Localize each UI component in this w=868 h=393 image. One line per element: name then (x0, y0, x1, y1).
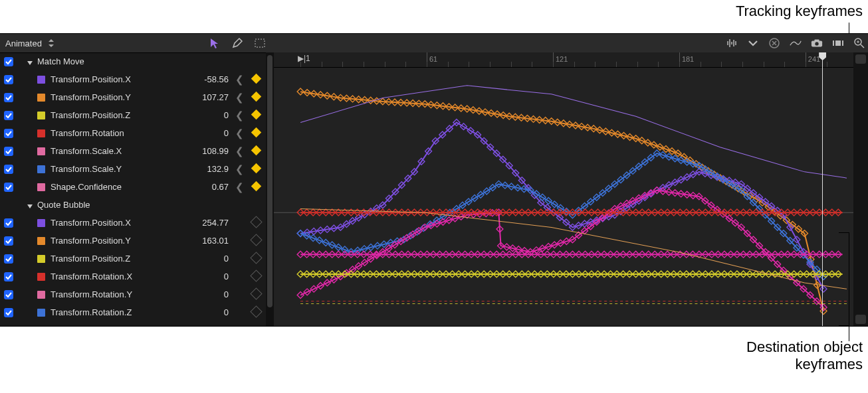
parameter-row[interactable]: Transform.Position.Y163.01 (0, 232, 266, 250)
time-ruler[interactable]: ▶|1 61121181241 (274, 52, 853, 68)
parameter-row[interactable]: Transform.Rotation.Y0 (0, 285, 266, 303)
parameter-row[interactable]: Transform.Scale.X108.99❮ (0, 142, 266, 160)
curve-canvas[interactable] (274, 67, 853, 326)
parameter-row[interactable]: Transform.Scale.Y132.9❮ (0, 160, 266, 178)
graph-vertical-scrollbar[interactable] (853, 52, 868, 326)
prev-keyframe-icon[interactable]: ❮ (233, 74, 246, 86)
marquee-tool-icon[interactable] (254, 37, 266, 49)
parameter-value[interactable]: 0 (191, 289, 229, 299)
prev-keyframe-icon[interactable]: ❮ (233, 163, 246, 175)
fit-icon[interactable] (832, 37, 844, 49)
keyframe-diamond[interactable] (246, 182, 266, 192)
clear-icon[interactable] (768, 37, 780, 49)
graph-area[interactable]: ▶|1 61121181241 (274, 52, 868, 326)
svg-rect-0 (255, 39, 265, 47)
keyframe-diamond[interactable] (246, 289, 266, 300)
scrollbar-thumb[interactable] (267, 55, 272, 307)
prev-keyframe-icon[interactable]: ❮ (233, 92, 246, 104)
parameter-row[interactable]: Transform.Rotation.X0 (0, 268, 266, 285)
parameter-value[interactable]: 163.01 (191, 236, 229, 246)
color-swatch (37, 273, 45, 281)
playhead[interactable] (822, 52, 823, 326)
parameter-value[interactable]: 0 (191, 110, 229, 120)
parameter-row[interactable]: Transform.Position.Z0 (0, 250, 266, 268)
parameter-value[interactable]: 0 (191, 254, 229, 264)
enable-checkbox[interactable] (4, 272, 13, 281)
parameter-value[interactable]: 107.27 (191, 92, 229, 102)
disclosure-triangle-icon[interactable] (27, 202, 33, 208)
parameter-value[interactable]: 0 (191, 307, 229, 317)
enable-checkbox[interactable] (4, 165, 13, 174)
parameter-row[interactable]: Transform.Position.Y107.27❮ (0, 88, 266, 106)
enable-checkbox[interactable] (4, 183, 13, 192)
keyframe-diamond[interactable] (246, 110, 266, 120)
parameter-value[interactable]: 0 (191, 128, 229, 138)
filter-dropdown[interactable]: Animated (5, 39, 55, 48)
parameter-name: Transform.Rotation.Y (51, 289, 132, 299)
color-swatch (37, 291, 45, 299)
list-scrollbar[interactable] (266, 52, 274, 326)
prev-keyframe-icon[interactable]: ❮ (233, 110, 246, 121)
zoom-icon[interactable] (853, 37, 865, 49)
scrollbar-end-bottom[interactable] (855, 315, 866, 324)
color-swatch (37, 129, 45, 137)
camera-icon[interactable] (811, 37, 823, 49)
enable-checkbox[interactable] (4, 290, 13, 299)
keyframe-diamond[interactable] (246, 92, 266, 102)
keyframe-diamond[interactable] (246, 272, 266, 282)
keyframe-diamond[interactable] (246, 218, 266, 228)
enable-checkbox[interactable] (4, 254, 13, 264)
enable-checkbox[interactable] (4, 111, 13, 120)
parameter-row[interactable]: Transform.Position.X254.77 (0, 214, 266, 232)
color-swatch (37, 165, 45, 173)
pencil-tool-icon[interactable] (231, 37, 243, 49)
keyframe-diamond[interactable] (246, 236, 266, 246)
enable-checkbox[interactable] (4, 57, 13, 66)
keyframe-diamond[interactable] (246, 254, 266, 264)
audio-waveform-icon[interactable] (726, 37, 738, 49)
keyframe-diamond[interactable] (246, 307, 266, 318)
keyframe-diamond[interactable] (246, 74, 266, 84)
enable-checkbox[interactable] (4, 147, 13, 156)
enable-checkbox[interactable] (4, 218, 13, 228)
prev-keyframe-icon[interactable]: ❮ (233, 181, 246, 193)
prev-keyframe-icon[interactable]: ❮ (233, 127, 246, 139)
group-header[interactable]: Quote Bubble (0, 196, 266, 214)
prev-keyframe-icon[interactable]: ❮ (233, 145, 246, 157)
dropdown-chevron-icon[interactable] (747, 37, 759, 49)
parameter-name: Transform.Scale.X (51, 146, 122, 156)
disclosure-triangle-icon[interactable] (27, 58, 33, 65)
parameter-name: Transform.Position.X (51, 74, 131, 84)
scrollbar-end-top[interactable] (855, 54, 866, 64)
color-swatch (37, 76, 45, 84)
keyframe-editor-panel: Animated (0, 33, 868, 327)
parameter-row[interactable]: Transform.Rotation0❮ (0, 124, 266, 142)
parameter-row[interactable]: Shape.Confidence0.67❮ (0, 178, 266, 196)
parameter-value[interactable]: 254.77 (191, 218, 229, 228)
parameter-row[interactable]: Transform.Position.X-58.56❮ (0, 70, 266, 88)
parameter-value[interactable]: 132.9 (191, 164, 229, 174)
group-header[interactable]: Match Move (0, 52, 266, 70)
curve-snapshot-icon[interactable] (790, 37, 802, 49)
annotation-destination-keyframes: Destination object keyframes (746, 339, 863, 373)
arrow-tool-icon[interactable] (209, 37, 221, 49)
enable-checkbox[interactable] (4, 129, 13, 138)
parameter-name: Transform.Position.X (51, 218, 131, 228)
parameter-value[interactable]: 0.67 (191, 182, 229, 192)
enable-checkbox[interactable] (4, 75, 13, 84)
color-swatch (37, 255, 45, 263)
parameter-row[interactable]: Transform.Position.Z0❮ (0, 106, 266, 124)
parameter-value[interactable]: -58.56 (191, 74, 229, 84)
parameter-value[interactable]: 108.99 (191, 146, 229, 156)
parameter-value[interactable]: 0 (191, 272, 229, 281)
graph-toolbar (274, 34, 868, 53)
keyframe-diamond[interactable] (246, 128, 266, 138)
parameter-row[interactable]: Transform.Rotation.Z0 (0, 303, 266, 321)
enable-checkbox[interactable] (4, 93, 13, 102)
keyframe-diamond[interactable] (246, 164, 266, 174)
color-swatch (37, 237, 45, 245)
enable-checkbox[interactable] (4, 236, 13, 246)
keyframe-diamond[interactable] (246, 146, 266, 156)
enable-checkbox[interactable] (4, 308, 13, 317)
in-point-marker[interactable]: ▶|1 (298, 54, 310, 63)
